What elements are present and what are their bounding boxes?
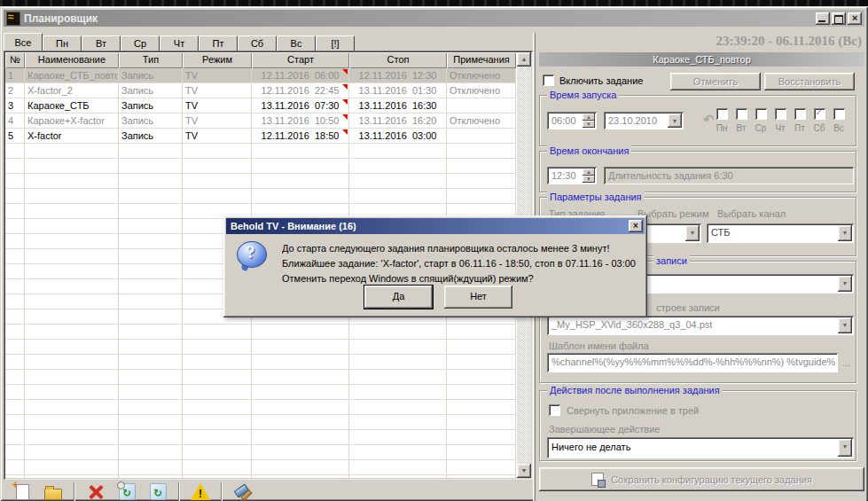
tab-Вс[interactable]: Вс bbox=[277, 35, 316, 51]
toolbar-new-task-button[interactable] bbox=[12, 482, 33, 501]
weekday-checkbox-Вс[interactable] bbox=[833, 108, 845, 120]
enable-task-checkbox[interactable] bbox=[543, 74, 554, 86]
weekday-checkbox-Ср[interactable] bbox=[755, 108, 767, 120]
task-row[interactable]: 2X-factor_2ЗаписьTV12.11.2016 22:4513.11… bbox=[5, 83, 516, 98]
empty-row bbox=[5, 445, 516, 460]
task-row[interactable]: 3Караоке_СТБЗаписьTV13.11.2016 07:3013.1… bbox=[5, 98, 516, 114]
empty-cell bbox=[25, 309, 119, 325]
cell-num: 5 bbox=[5, 129, 25, 144]
start-marker-icon bbox=[342, 69, 348, 74]
tab-Чт[interactable]: Чт bbox=[160, 35, 199, 51]
empty-cell bbox=[349, 159, 447, 174]
tab-Пт[interactable]: Пт bbox=[199, 35, 238, 51]
start-time-value: 06:00 bbox=[551, 115, 576, 126]
toolbar-warning-button[interactable] bbox=[190, 482, 211, 501]
empty-cell bbox=[183, 385, 252, 400]
tab-Все[interactable]: Все bbox=[4, 33, 43, 51]
column-header[interactable]: № bbox=[5, 52, 25, 68]
weekday-checkbox-Пн[interactable] bbox=[716, 108, 728, 120]
empty-cell bbox=[447, 340, 516, 355]
weekday-checkbox-Чт[interactable] bbox=[775, 108, 786, 120]
weekday-checkbox-Сб[interactable] bbox=[814, 108, 825, 120]
minimize-to-tray-checkbox[interactable] bbox=[549, 404, 560, 416]
task-row[interactable]: 5X-factorЗаписьTV12.11.2016 18:5013.11.2… bbox=[5, 129, 516, 144]
restore-task-button[interactable]: Восстановить bbox=[764, 73, 855, 90]
toolbar-recycle-task-button[interactable] bbox=[147, 482, 168, 501]
column-header[interactable]: Примечания bbox=[447, 52, 516, 68]
channel-combo[interactable]: СТБ ▼ bbox=[707, 223, 854, 243]
day-tabs: ВсеПнВтСрЧтПтСбВс[!] bbox=[4, 33, 528, 51]
window-titlebar[interactable]: ≈ Планировщик × bbox=[4, 10, 864, 27]
start-date-value: 23.10.2010 bbox=[608, 115, 657, 126]
chevron-down-icon[interactable]: ▼ bbox=[838, 317, 852, 333]
scroll-down-button[interactable]: ▼ bbox=[517, 464, 531, 478]
filename-template-input[interactable]: %channel%(%yy%%%mm%%%dd%-%hh%%%nn%) %tvg… bbox=[547, 353, 838, 372]
column-header[interactable]: Тип bbox=[119, 52, 183, 68]
empty-cell bbox=[349, 325, 447, 340]
record-settings-combo[interactable]: _My_HSP_XVid_360x288_q3_04.pst ▼ bbox=[547, 316, 854, 335]
tab-Ср[interactable]: Ср bbox=[121, 35, 160, 51]
empty-cell bbox=[349, 460, 447, 475]
toolbar-tools-button[interactable] bbox=[232, 482, 254, 501]
close-button[interactable]: × bbox=[848, 12, 862, 25]
no-button[interactable]: Нет bbox=[444, 286, 512, 309]
empty-cell bbox=[119, 294, 183, 309]
chevron-down-icon[interactable]: ▼ bbox=[685, 225, 700, 241]
task-row[interactable]: 4Караоке+X-factorЗаписьTV13.11.2016 10:5… bbox=[5, 114, 516, 129]
browse-button[interactable]: ... bbox=[842, 357, 850, 368]
empty-cell bbox=[119, 325, 183, 340]
empty-cell bbox=[119, 355, 183, 370]
column-header[interactable]: Наименование bbox=[25, 52, 119, 68]
empty-cell bbox=[25, 475, 119, 478]
empty-cell bbox=[349, 475, 447, 478]
empty-row bbox=[5, 415, 516, 430]
chevron-down-icon[interactable]: ▼ bbox=[838, 439, 852, 457]
weekday-checkbox-Пт[interactable] bbox=[794, 108, 806, 120]
yes-button[interactable]: Да bbox=[364, 286, 433, 309]
toolbar-recycle-schedule-button[interactable] bbox=[116, 482, 137, 501]
weekday-Ср: Ср bbox=[751, 107, 770, 133]
weekday-checkbox-Вт[interactable] bbox=[736, 108, 747, 120]
tab-Сб[interactable]: Сб bbox=[238, 35, 277, 51]
tab-Вт[interactable]: Вт bbox=[82, 35, 121, 51]
final-action-combo[interactable]: Ничего не делать ▼ bbox=[547, 437, 854, 458]
spinner-buttons[interactable]: ▲▼ bbox=[583, 114, 595, 128]
end-time-spinner[interactable]: 12:30 ▲▼ bbox=[547, 167, 597, 184]
start-time-group: Время запуска 06:00 ▲▼ 23.10.2010 ▼ ↶ Пн… bbox=[539, 95, 856, 146]
dialog-close-button[interactable]: × bbox=[629, 220, 643, 232]
empty-cell bbox=[252, 475, 349, 478]
empty-cell bbox=[252, 340, 349, 355]
empty-cell bbox=[447, 475, 516, 478]
toolbar bbox=[4, 481, 533, 501]
chevron-down-icon[interactable]: ▼ bbox=[838, 225, 852, 241]
save-config-button[interactable]: Сохранить конфигурацию текущего задания bbox=[539, 467, 864, 491]
column-header[interactable]: Режим bbox=[183, 52, 252, 68]
tab-[!][interactable]: [!] bbox=[316, 35, 355, 51]
column-header[interactable]: Старт bbox=[252, 52, 349, 68]
empty-row bbox=[5, 144, 516, 159]
empty-row bbox=[5, 174, 516, 189]
empty-cell bbox=[119, 400, 183, 415]
minimize-button[interactable] bbox=[816, 12, 830, 25]
start-date-combo[interactable]: 23.10.2010 ▼ bbox=[604, 112, 684, 129]
chevron-down-icon[interactable]: ▼ bbox=[838, 276, 852, 292]
chevron-down-icon[interactable]: ▼ bbox=[668, 114, 682, 128]
tab-Пн[interactable]: Пн bbox=[43, 35, 82, 51]
toolbar-open-folder-button[interactable] bbox=[43, 482, 64, 501]
channel-value: СТБ bbox=[711, 227, 731, 238]
start-time-spinner[interactable]: 06:00 ▲▼ bbox=[547, 112, 597, 129]
toolbar-separator bbox=[178, 482, 180, 501]
empty-row bbox=[5, 370, 516, 385]
task-row[interactable]: 1Караоке_СТБ_повторЗаписьTV12.11.2016 06… bbox=[5, 68, 516, 83]
toolbar-delete-button[interactable] bbox=[85, 482, 106, 501]
cancel-task-button[interactable]: Отменить bbox=[670, 73, 761, 90]
empty-cell bbox=[349, 385, 447, 400]
empty-row bbox=[5, 340, 516, 355]
spinner-buttons[interactable]: ▲▼ bbox=[583, 168, 595, 183]
maximize-button[interactable] bbox=[832, 12, 846, 25]
dialog-titlebar[interactable]: Behold TV - Внимание (16) × bbox=[226, 218, 645, 234]
scroll-up-button[interactable]: ▲ bbox=[517, 52, 531, 67]
empty-cell bbox=[119, 370, 183, 385]
column-header[interactable]: Стоп bbox=[349, 52, 447, 68]
toolbar-separator bbox=[221, 482, 223, 501]
